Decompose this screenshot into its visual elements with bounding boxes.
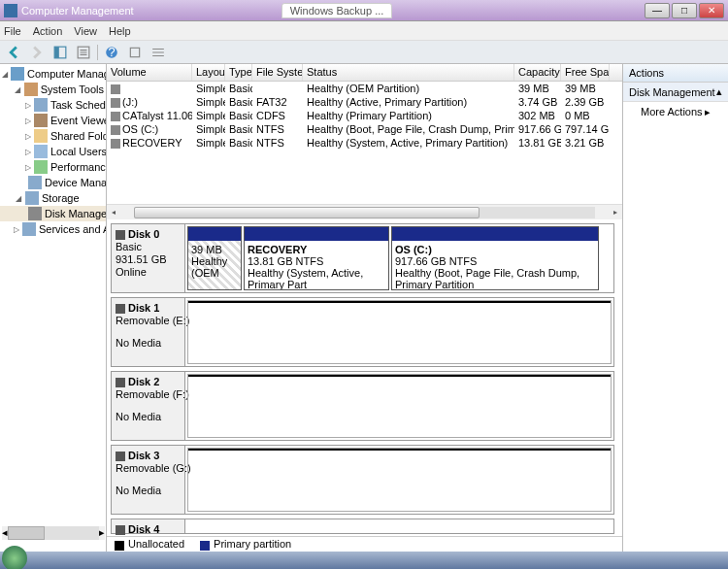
svg-text:?: ? — [108, 46, 115, 59]
folder-icon — [34, 129, 48, 143]
col-fs[interactable]: File System — [252, 64, 303, 81]
svg-rect-1 — [54, 47, 59, 58]
back-button[interactable] — [4, 44, 23, 61]
tree-root[interactable]: ◢Computer Management — [0, 66, 106, 82]
partition[interactable]: RECOVERY13.81 GB NTFSHealthy (System, Ac… — [244, 226, 389, 290]
menu-help[interactable]: Help — [109, 25, 131, 37]
partition-empty[interactable] — [187, 448, 612, 512]
tree-device-manager[interactable]: Device Manager — [0, 175, 106, 190]
tree-system-tools[interactable]: ◢System Tools — [0, 82, 106, 97]
disk-label: Disk 0Basic931.51 GBOnline — [112, 224, 185, 292]
perf-icon — [34, 160, 48, 174]
help-button[interactable]: ? — [102, 44, 121, 61]
disk-label: Disk 3Removable (G:)No Media — [112, 446, 185, 514]
disk-label: Disk 1Removable (E:)No Media — [112, 298, 185, 366]
volume-icon — [111, 84, 120, 94]
volume-row[interactable]: SimpleBasicHealthy (OEM Partition)39 MB3… — [107, 82, 622, 95]
volume-row[interactable]: OS (C:)SimpleBasicNTFSHealthy (Boot, Pag… — [107, 122, 622, 136]
disk-label: Disk 4 — [112, 519, 185, 533]
properties-button[interactable] — [125, 44, 145, 61]
taskbar[interactable] — [0, 552, 728, 569]
toolbar: ? — [0, 41, 728, 64]
device-icon — [28, 176, 42, 189]
col-layout[interactable]: Layout — [192, 64, 225, 81]
volume-icon — [111, 125, 120, 135]
disk-icon — [28, 207, 42, 220]
minimize-button[interactable]: — — [645, 3, 670, 18]
menubar: File Action View Help — [0, 21, 728, 41]
col-status[interactable]: Status — [303, 64, 514, 81]
volume-list: Volume Layout Type File System Status Ca… — [107, 64, 622, 219]
tree-scrollbar[interactable]: ◂▸ — [2, 526, 105, 540]
tools-icon — [24, 83, 38, 96]
services-icon — [22, 222, 36, 236]
tree-shared-folders[interactable]: ▷Shared Folders — [0, 128, 106, 144]
legend: Unallocated Primary partition — [107, 536, 622, 552]
menu-action[interactable]: Action — [33, 25, 63, 37]
app-icon — [4, 4, 17, 17]
volume-scrollbar[interactable]: ◂▸ — [107, 204, 622, 219]
tree-task-scheduler[interactable]: ▷Task Scheduler — [0, 97, 106, 113]
volume-icon — [111, 112, 120, 121]
volume-row[interactable]: RECOVERYSimpleBasicNTFSHealthy (System, … — [107, 136, 622, 150]
browser-tab[interactable]: Windows Backup ... — [281, 3, 393, 18]
disk-row[interactable]: Disk 2Removable (F:)No Media — [111, 371, 614, 441]
actions-header: Actions — [623, 64, 728, 83]
tree-event-viewer[interactable]: ▷Event Viewer — [0, 113, 106, 128]
legend-primary-swatch — [200, 541, 210, 551]
volume-icon — [111, 139, 120, 149]
list-button[interactable] — [149, 44, 168, 61]
partition[interactable]: 39 MBHealthy (OEM — [187, 226, 242, 290]
computer-icon — [11, 67, 24, 81]
menu-view[interactable]: View — [74, 25, 97, 37]
storage-icon — [25, 191, 39, 205]
nav-tree: ◢Computer Management ◢System Tools ▷Task… — [0, 64, 107, 552]
volume-row[interactable]: CATalyst 11.06 (D:)SimpleBasicCDFSHealth… — [107, 109, 622, 122]
disk-row[interactable]: Disk 1Removable (E:)No Media — [111, 297, 614, 367]
collapse-icon[interactable]: ◢ — [2, 70, 8, 79]
event-icon — [34, 114, 48, 127]
collapse-icon[interactable]: ◢ — [14, 85, 21, 94]
partition-empty[interactable] — [187, 300, 612, 364]
volume-icon — [111, 98, 120, 108]
actions-more[interactable]: More Actions▸ — [623, 102, 728, 121]
tree-disk-management[interactable]: Disk Management — [0, 206, 106, 221]
disk-graphical-view: Disk 0Basic931.51 GBOnline39 MBHealthy (… — [107, 219, 622, 536]
show-hide-tree-button[interactable] — [50, 44, 70, 61]
forward-button[interactable] — [27, 44, 47, 61]
tree-services[interactable]: ▷Services and Applicati — [0, 221, 106, 237]
start-button[interactable] — [2, 546, 27, 569]
actions-section[interactable]: Disk Management▴ — [623, 83, 728, 102]
legend-unallocated-swatch — [115, 541, 124, 551]
tree-local-users[interactable]: ▷Local Users and Gr — [0, 144, 106, 159]
col-free[interactable]: Free Space — [561, 64, 610, 81]
col-capacity[interactable]: Capacity — [514, 64, 561, 81]
col-type[interactable]: Type — [225, 64, 252, 81]
disk-row[interactable]: Disk 4 — [111, 519, 614, 534]
volume-row[interactable]: (J:)SimpleBasicFAT32Healthy (Active, Pri… — [107, 95, 622, 109]
maximize-button[interactable]: □ — [672, 3, 697, 18]
actions-pane: Actions Disk Management▴ More Actions▸ — [623, 64, 728, 552]
chevron-right-icon: ▸ — [705, 106, 711, 118]
refresh-button[interactable] — [74, 44, 93, 61]
collapse-icon[interactable]: ▴ — [716, 85, 722, 98]
menu-file[interactable]: File — [4, 25, 21, 37]
partition[interactable]: OS (C:)917.66 GB NTFSHealthy (Boot, Page… — [391, 226, 599, 290]
disk-row[interactable]: Disk 3Removable (G:)No Media — [111, 445, 614, 515]
tree-performance[interactable]: ▷Performance — [0, 159, 106, 175]
clock-icon — [34, 98, 48, 112]
tree-storage[interactable]: ◢Storage — [0, 190, 106, 206]
close-button[interactable]: ✕ — [699, 3, 724, 18]
volume-header: Volume Layout Type File System Status Ca… — [107, 64, 622, 82]
disk-row[interactable]: Disk 0Basic931.51 GBOnline39 MBHealthy (… — [111, 223, 614, 293]
titlebar: Computer Management Windows Backup ... —… — [0, 0, 728, 21]
collapse-icon[interactable]: ◢ — [14, 194, 22, 203]
partition-empty[interactable] — [187, 374, 612, 438]
disk-label: Disk 2Removable (F:)No Media — [112, 372, 185, 440]
window-title: Computer Management — [21, 5, 274, 17]
users-icon — [34, 145, 48, 158]
svg-rect-5 — [130, 48, 139, 56]
col-volume[interactable]: Volume — [107, 64, 192, 81]
